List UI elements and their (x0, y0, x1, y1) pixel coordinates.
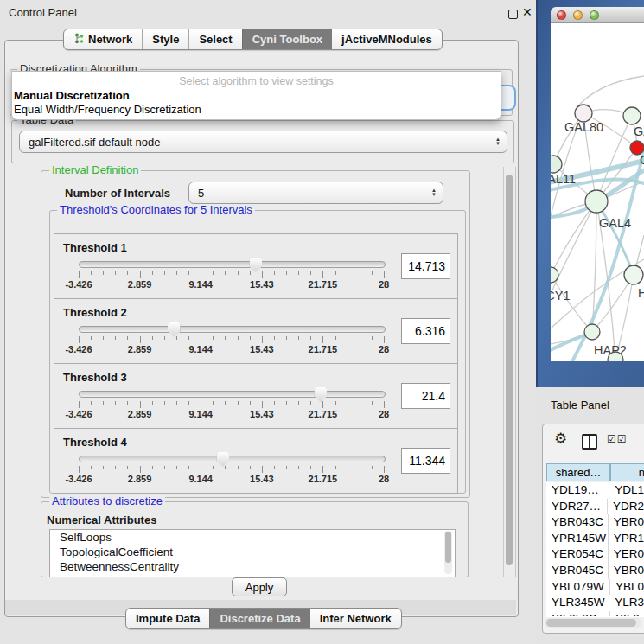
tick-label: 15.43 (250, 409, 274, 419)
table-column-header[interactable]: shared… (546, 463, 610, 481)
tab-jactivemnodules[interactable]: jActiveMNodules (332, 29, 442, 49)
slider-tick-labels: -3.4262.8599.14415.4321.71528 (79, 409, 384, 419)
threshold-value-field[interactable]: 6.316 (401, 318, 450, 344)
tab-label: Select (199, 33, 232, 46)
columns-icon[interactable] (582, 434, 597, 450)
select-columns-icon[interactable]: ☑☑ (607, 433, 628, 445)
table-cell: YLR3 (609, 595, 644, 611)
slider-handle[interactable] (249, 258, 262, 272)
tab-cyni-toolbox[interactable]: Cyni Toolbox (242, 29, 332, 49)
tab-select[interactable]: Select (188, 29, 241, 49)
tick-label: -3.426 (65, 409, 92, 419)
network-edge[interactable] (576, 76, 644, 109)
table-row[interactable]: YPR145WYPR1 (546, 531, 644, 547)
gear-icon[interactable]: ⚙ (554, 431, 567, 446)
network-node[interactable] (623, 107, 641, 124)
network-view-canvas[interactable]: GAL80GAGAL11CGAL4GCY1HHAP2 (551, 23, 644, 361)
threshold-value-field[interactable]: 14.713 (401, 253, 450, 279)
threshold-slider[interactable] (79, 261, 386, 268)
minimize-traffic-light-icon[interactable] (573, 10, 583, 20)
zoom-traffic-light-icon[interactable] (590, 10, 599, 20)
close-traffic-light-icon[interactable] (557, 10, 566, 20)
table-row[interactable]: YBL079WYBL0 (546, 579, 644, 596)
tab-network[interactable]: Network (64, 29, 142, 49)
threshold-value-field[interactable]: 21.4 (401, 383, 450, 409)
threshold-value-field[interactable]: 11.344 (401, 448, 450, 474)
tick-label: 15.43 (250, 344, 274, 354)
algorithm-placeholder-option[interactable]: Select algorithm to view settings (12, 75, 501, 87)
algorithm-option-equal-width[interactable]: Equal Width/Frequency Discretization (14, 103, 201, 116)
threshold-slider[interactable] (79, 326, 386, 333)
table-row[interactable]: YER054CYER0 (546, 546, 644, 563)
attribute-list-item[interactable]: SelfLoops (50, 530, 455, 545)
threshold-slider[interactable] (79, 456, 386, 462)
table-cell: YDL19… (546, 482, 609, 499)
tick-label: -3.426 (65, 474, 92, 484)
interval-definition-group-label: Interval Definition (49, 164, 141, 175)
algorithm-option-manual[interactable]: Manual Discretization (14, 89, 130, 102)
threshold-slider[interactable] (79, 391, 386, 398)
tab-label: Style (152, 33, 179, 46)
table-row[interactable]: YLR345WYLR3 (546, 595, 644, 611)
table-cell: YLR345W (546, 595, 609, 611)
slider-handle[interactable] (216, 452, 229, 467)
tab-style[interactable]: Style (142, 29, 188, 49)
table-cell: YBL079W (546, 579, 610, 596)
number-of-intervals-select[interactable]: 5 ▲▼ (188, 182, 443, 204)
network-node[interactable] (575, 105, 592, 122)
table-header-row: shared…na (546, 463, 644, 481)
attributes-list-scrollbar[interactable] (444, 531, 452, 574)
table-row[interactable]: YIL052CYIL0 (546, 611, 644, 616)
slider-ticks (79, 401, 384, 408)
slider-tick-labels: -3.4262.8599.14415.4321.71528 (79, 474, 384, 484)
threshold-row: Threshold 4-3.4262.8599.14415.4321.71528… (54, 429, 458, 494)
network-node[interactable] (624, 265, 643, 284)
tick-label: 28 (379, 474, 389, 484)
network-node[interactable] (585, 190, 608, 213)
table-cell: YPR145W (546, 531, 609, 547)
network-node[interactable] (584, 324, 600, 340)
table-row[interactable]: YDR27…YDR2 (546, 499, 644, 515)
number-of-intervals-value: 5 (198, 187, 204, 200)
slider-ticks (79, 466, 384, 473)
tick-label: 2.859 (128, 409, 152, 419)
network-window-titlebar[interactable] (551, 7, 644, 23)
slider-ticks (79, 271, 384, 278)
tick-label: 9.144 (188, 409, 213, 419)
table-row[interactable]: YBR043CYBR0 (546, 514, 644, 531)
slider-handle[interactable] (168, 322, 181, 337)
tab-infer-network[interactable]: Infer Network (310, 609, 401, 628)
numerical-attributes-title: Numerical Attributes (47, 513, 156, 526)
table-cell: YPR1 (609, 531, 644, 547)
table-cell: YDR27… (546, 499, 608, 515)
apply-button[interactable]: Apply (232, 577, 287, 596)
thresholds-group-label: Threshold's Coordinates for 5 Intervals (57, 204, 255, 215)
close-icon[interactable]: ✕ (522, 5, 532, 19)
table-row[interactable]: YDL19…YDL1 (546, 482, 644, 499)
slider-handle[interactable] (314, 387, 327, 402)
threshold-row: Threshold 2-3.4262.8599.14415.4321.71528… (54, 299, 458, 364)
table-data-select[interactable]: galFiltered.sif default node ▲▼ (19, 131, 507, 153)
tab-label: Network (88, 33, 132, 46)
table-column-header[interactable]: na (610, 463, 644, 481)
attribute-list-item[interactable]: BetweennessCentrality (50, 559, 455, 574)
tick-label: 2.859 (128, 474, 152, 484)
tab-impute-data[interactable]: Impute Data (126, 609, 209, 628)
network-node-label: GAL11 (551, 172, 576, 186)
settings-scrollbar[interactable] (503, 167, 516, 577)
control-panel-tabs: NetworkStyleSelectCyni ToolboxjActiveMNo… (63, 29, 443, 50)
tab-discretize-data[interactable]: Discretize Data (209, 609, 309, 628)
threshold-row: Threshold 3-3.4262.8599.14415.4321.71528… (54, 364, 458, 429)
attribute-list-item[interactable]: TopologicalCoefficient (50, 545, 455, 559)
control-panel-title: Control Panel (9, 6, 77, 19)
tick-label: 28 (379, 344, 389, 354)
table-row[interactable]: YBR045CYBR0 (546, 563, 644, 579)
table-horizontal-scrollbar[interactable] (545, 618, 641, 628)
tick-label: 28 (379, 279, 389, 290)
float-window-icon[interactable] (508, 10, 518, 19)
tab-label: Impute Data (136, 612, 200, 625)
network-edge-thick[interactable] (551, 334, 590, 357)
table-cell: YBR0 (609, 514, 644, 531)
threshold-row: Threshold 1-3.4262.8599.14415.4321.71528… (54, 233, 458, 299)
network-tab-icon (73, 33, 85, 47)
